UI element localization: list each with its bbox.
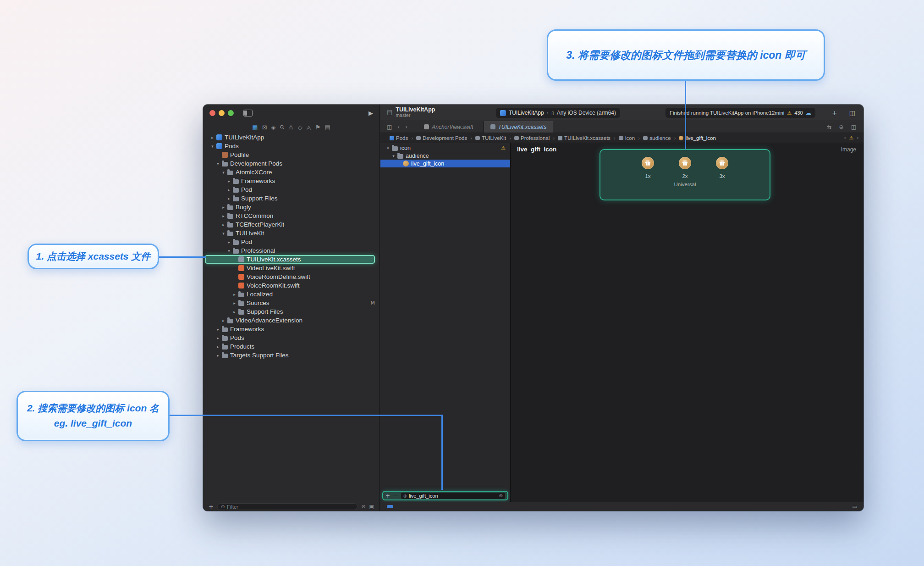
scheme-selector[interactable]: TUILiveKitApp › ▯ Any iOS Device (arm64): [496, 108, 620, 118]
asset-row[interactable]: audience: [380, 152, 510, 160]
tree-row[interactable]: TCEffectPlayerKit: [203, 220, 380, 229]
tree-row[interactable]: Support Files: [203, 307, 380, 316]
image-slot[interactable]: 3x: [716, 157, 728, 179]
back-button[interactable]: ‹: [397, 124, 400, 130]
tree-row[interactable]: Podfile: [203, 150, 380, 159]
tree-row[interactable]: Support Files: [203, 194, 380, 203]
bottom-panel-icon[interactable]: ▭: [852, 504, 857, 510]
breadcrumb-item[interactable]: icon: [610, 135, 635, 141]
image-slot[interactable]: 2x: [679, 157, 691, 179]
disclosure-chevron-icon[interactable]: [220, 214, 226, 218]
find-icon[interactable]: ⚲: [278, 123, 286, 131]
breadcrumb-item[interactable]: Pods: [390, 135, 408, 141]
tree-row[interactable]: Pods: [203, 142, 380, 150]
disclosure-chevron-icon[interactable]: [220, 170, 226, 175]
tree-row[interactable]: TUILiveKitApp: [203, 133, 380, 142]
asset-row[interactable]: live_gift_icon: [380, 160, 510, 167]
tree-row[interactable]: Pod: [203, 185, 380, 194]
editor-layout-button[interactable]: ◫: [849, 109, 855, 117]
breadcrumb-item[interactable]: TUILiveKit: [467, 135, 506, 141]
breadcrumb-item[interactable]: Development Pods: [408, 135, 467, 141]
filter-scope-icon[interactable]: ▣: [369, 504, 374, 510]
tree-row[interactable]: Localized: [203, 290, 380, 299]
tree-row[interactable]: Pods: [203, 333, 380, 342]
editor-grid-icon[interactable]: ◫: [387, 124, 392, 130]
tree-row[interactable]: Frameworks: [203, 325, 380, 333]
tree-row[interactable]: VideoAdvanceExtension: [203, 316, 380, 325]
disclosure-chevron-icon[interactable]: [215, 336, 221, 340]
collapse-editor-icon[interactable]: ⊖: [839, 124, 844, 130]
tree-row[interactable]: VoiceRoomKit.swift: [203, 281, 380, 290]
disclosure-chevron-icon[interactable]: [220, 318, 226, 323]
disclosure-chevron-icon[interactable]: [215, 353, 221, 358]
navigator-filter-input[interactable]: ⊙ Filter: [217, 503, 358, 510]
tree-row[interactable]: TUILiveKit: [203, 229, 380, 238]
tree-row[interactable]: Pod: [203, 238, 380, 246]
issues-icon[interactable]: ⚠: [288, 124, 294, 130]
remove-asset-button[interactable]: —: [393, 493, 398, 499]
breadcrumb-item[interactable]: live_gift_icon: [671, 135, 716, 141]
editor-tab[interactable]: TUILiveKit.xcassets: [484, 121, 553, 133]
tree-row[interactable]: Frameworks: [203, 177, 380, 185]
debug-icon[interactable]: ◬: [307, 124, 311, 130]
disclosure-chevron-icon[interactable]: [226, 196, 232, 201]
editor-tab[interactable]: AnchorView.swift: [414, 121, 484, 133]
disclosure-chevron-icon[interactable]: [209, 144, 215, 149]
forward-button[interactable]: ›: [405, 124, 407, 130]
tree-row[interactable]: VoiceRoomDefine.swift: [203, 272, 380, 281]
disclosure-chevron-icon[interactable]: [226, 249, 232, 253]
disclosure-chevron-icon[interactable]: [220, 231, 226, 236]
previous-issue-icon[interactable]: ‹: [844, 135, 846, 141]
tree-row[interactable]: Bugly: [203, 203, 380, 211]
add-button[interactable]: +: [209, 503, 214, 510]
tests-icon[interactable]: ◇: [298, 124, 302, 130]
image-slot[interactable]: 1x: [642, 157, 654, 179]
clear-search-icon[interactable]: ⊗: [499, 493, 503, 498]
run-button[interactable]: ▶: [368, 110, 373, 117]
issue-warning-icon[interactable]: ⚠: [849, 135, 854, 141]
tree-row[interactable]: RTCCommon: [203, 211, 380, 220]
activity-status[interactable]: Finished running TUILiveKitApp on iPhone…: [666, 108, 815, 118]
project-navigator-icon[interactable]: ▦: [252, 124, 258, 130]
tree-row[interactable]: VideoLiveKit.swift: [203, 264, 380, 272]
tree-row[interactable]: TUILiveKit.xcassets: [205, 255, 375, 264]
tree-row[interactable]: AtomicXCore: [203, 168, 380, 177]
disclosure-chevron-icon[interactable]: [390, 154, 396, 158]
filter-recent-icon[interactable]: ⊘: [361, 504, 365, 510]
asset-search-input[interactable]: ◎ live_gift_icon ⊗: [401, 493, 505, 499]
disclosure-chevron-icon[interactable]: [215, 344, 221, 349]
split-editor-icon[interactable]: ◫: [851, 124, 856, 130]
disclosure-chevron-icon[interactable]: [226, 188, 232, 192]
zoom-button[interactable]: [228, 110, 234, 116]
tree-row[interactable]: Sources M: [203, 299, 380, 307]
disclosure-chevron-icon[interactable]: [220, 205, 226, 210]
breadcrumb-item[interactable]: Professional: [506, 135, 550, 141]
disclosure-chevron-icon[interactable]: [209, 135, 215, 140]
disclosure-chevron-icon[interactable]: [231, 301, 237, 305]
breadcrumb-item[interactable]: audience: [635, 135, 671, 141]
minimize-button[interactable]: [219, 110, 225, 116]
tree-row[interactable]: Development Pods: [203, 159, 380, 168]
disclosure-chevron-icon[interactable]: [215, 161, 221, 166]
library-add-button[interactable]: +: [832, 109, 837, 117]
next-issue-icon[interactable]: ›: [857, 135, 859, 141]
disclosure-chevron-icon[interactable]: [226, 240, 232, 244]
breadcrumb-item[interactable]: TUILiveKit.xcassets: [550, 135, 610, 141]
close-button[interactable]: [209, 110, 215, 116]
sidebar-toggle-icon[interactable]: [243, 110, 253, 117]
disclosure-chevron-icon[interactable]: [215, 327, 221, 332]
disclosure-chevron-icon[interactable]: [231, 310, 237, 314]
disclosure-chevron-icon[interactable]: [220, 222, 226, 227]
bookmarks-icon[interactable]: ◈: [271, 124, 276, 130]
disclosure-chevron-icon[interactable]: [385, 146, 391, 150]
tree-row[interactable]: Professional: [203, 246, 380, 255]
asset-row[interactable]: icon ⚠: [380, 144, 510, 152]
source-control-icon[interactable]: ⊠: [262, 124, 267, 130]
disclosure-chevron-icon[interactable]: [226, 179, 232, 183]
tree-row[interactable]: Products: [203, 342, 380, 351]
swap-editor-icon[interactable]: ⇆: [827, 124, 832, 130]
add-asset-button[interactable]: +: [385, 493, 390, 499]
breakpoints-icon[interactable]: ⚑: [315, 124, 321, 130]
disclosure-chevron-icon[interactable]: [231, 292, 237, 297]
tree-row[interactable]: Targets Support Files: [203, 351, 380, 360]
